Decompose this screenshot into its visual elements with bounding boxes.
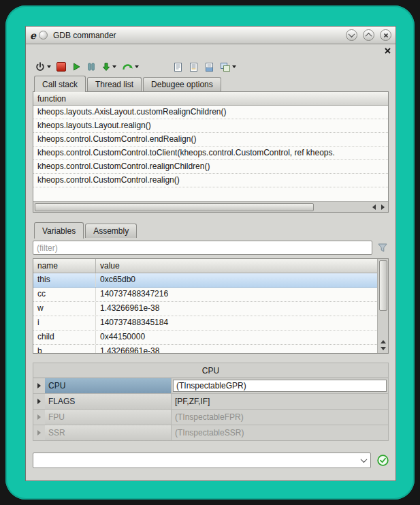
window-frame: e GDB commander (5, 5, 415, 500)
curved-arrow-icon (122, 62, 133, 72)
callstack-tabs: Call stack Thread list Debugee options (33, 76, 389, 91)
tab-label: Variables (42, 226, 76, 236)
cpu-register-value: (TInspectableGPR) (172, 378, 388, 393)
tab-assembly[interactable]: Assembly (85, 224, 137, 238)
dropdown-arrow-icon (135, 65, 139, 68)
variable-name-cell: i (33, 316, 96, 330)
expand-icon[interactable] (33, 410, 45, 425)
screenshot-background: { "window": { "title": "GDB commander", … (0, 0, 420, 505)
variables-header: name value (33, 259, 377, 273)
cpu-row-fpu[interactable]: FPU (TInspectableFPR) (33, 410, 388, 425)
app-icon: e (30, 31, 36, 40)
vertical-scrollbar[interactable] (377, 259, 388, 353)
close-button[interactable] (380, 29, 391, 41)
variable-name-cell: child (33, 331, 96, 344)
callstack-row[interactable]: kheops.control.CustomControl.endRealign(… (33, 133, 388, 147)
expand-icon[interactable] (33, 394, 45, 409)
minimize-button[interactable] (346, 29, 357, 41)
cpu-row-flags[interactable]: FLAGS [PF,ZF,IF] (33, 394, 388, 410)
filter-input[interactable] (33, 241, 372, 255)
windows-button[interactable] (218, 59, 238, 75)
scrollbar-thumb[interactable] (35, 203, 314, 211)
cpu-inspector-panel: CPU CPU (TInspectableGPR) FLAGS [PF,ZF,I… (33, 363, 389, 441)
cpu-value-editor[interactable]: (TInspectableGPR) (173, 380, 387, 392)
window-menu-icon[interactable] (39, 31, 48, 40)
cpu-row-ssr[interactable]: SSR (TInspectableSSR) (33, 425, 388, 440)
callstack-panel: function kheops.layouts.AxisLayout.custo… (33, 91, 389, 213)
close-icon (383, 33, 389, 38)
stop-button[interactable] (54, 59, 68, 75)
run-button[interactable] (69, 59, 83, 75)
filter-icon[interactable] (377, 243, 389, 254)
filter-row (33, 241, 389, 255)
tab-thread-list[interactable]: Thread list (87, 77, 142, 91)
cpu-panel-title: CPU (33, 363, 388, 378)
stop-icon (56, 62, 66, 72)
command-combobox[interactable] (33, 453, 371, 468)
callstack-column-header[interactable]: function (33, 92, 388, 106)
scrollbar-arrows (372, 204, 387, 210)
variable-name-cell: this (33, 273, 96, 287)
column-header-value[interactable]: value (96, 259, 377, 273)
doc-text-button[interactable] (187, 59, 201, 75)
titlebar[interactable]: e GDB commander (26, 27, 395, 44)
cpu-register-value: (TInspectableFPR) (172, 410, 388, 425)
chevron-up-icon (366, 33, 372, 40)
callstack-row[interactable]: kheops.layouts.AxisLayout.customRealignC… (33, 106, 388, 119)
send-command-button[interactable] (377, 455, 389, 466)
expand-icon[interactable] (33, 378, 45, 393)
callstack-row[interactable]: kheops.layouts.Layout.realign() (33, 119, 388, 133)
pause-button[interactable] (84, 59, 98, 75)
callstack-row[interactable]: kheops.control.CustomControl.realign() (33, 174, 388, 187)
variable-value-cell: 140737488347216 (96, 288, 377, 301)
dropdown-arrow-icon (232, 65, 236, 68)
variables-table-main: name value this 0xc65db0 cc 140737488347… (33, 259, 377, 353)
doc-watch-button[interactable] (202, 59, 216, 75)
scroll-down-icon[interactable] (381, 347, 386, 350)
debugger-toolbar (33, 44, 389, 76)
chevron-down-icon (349, 31, 355, 37)
column-header-name[interactable]: name (33, 259, 96, 273)
power-button[interactable] (33, 59, 53, 75)
step-into-button[interactable] (99, 59, 118, 75)
maximize-button[interactable] (363, 29, 374, 41)
variable-row[interactable]: cc 140737488347216 (33, 288, 377, 302)
dock-close-button[interactable] (385, 48, 391, 54)
combo-dropdown-button[interactable] (357, 453, 370, 468)
expand-icon[interactable] (33, 425, 45, 440)
scrollbar-thumb[interactable] (379, 260, 387, 311)
play-icon (71, 62, 81, 72)
tab-variables[interactable]: Variables (34, 222, 84, 239)
doc-log-button[interactable] (171, 59, 185, 75)
variables-list: this 0xc65db0 cc 140737488347216 w 1.432… (33, 273, 377, 353)
dropdown-arrow-icon (47, 65, 51, 68)
callstack-row[interactable]: kheops.control.CustomControl.realignChil… (33, 160, 388, 174)
scroll-up-icon[interactable] (381, 340, 386, 343)
variable-row[interactable]: child 0x44150000 (33, 331, 377, 345)
callstack-empty-space (33, 187, 388, 201)
scrollbar-arrows (381, 340, 386, 352)
gdb-commander-window: e GDB commander (25, 26, 396, 481)
variable-row[interactable]: this 0xc65db0 (33, 273, 377, 288)
variable-row[interactable]: i 140737488345184 (33, 316, 377, 331)
cpu-register-name: FPU (45, 410, 172, 425)
window-title: GDB commander (53, 31, 340, 40)
command-input[interactable] (33, 453, 357, 468)
tab-call-stack[interactable]: Call stack (34, 76, 86, 92)
variable-row[interactable]: w 1.43266961e-38 (33, 302, 377, 316)
step-over-button[interactable] (120, 59, 141, 75)
cpu-row-cpu[interactable]: CPU (TInspectableGPR) (33, 378, 388, 394)
scroll-right-icon[interactable] (381, 204, 385, 210)
tab-label: Call stack (42, 80, 78, 89)
tab-label: Thread list (95, 80, 133, 89)
close-icon (385, 48, 391, 54)
variable-row[interactable]: b 1.43266961e-38 (33, 345, 377, 353)
scroll-left-icon[interactable] (372, 204, 376, 210)
callstack-row[interactable]: kheops.control.CustomControl.toClient(kh… (33, 147, 388, 160)
tab-debugee-options[interactable]: Debugee options (143, 77, 221, 91)
horizontal-scrollbar[interactable] (33, 201, 388, 212)
document-lines-icon (189, 62, 199, 72)
variable-value-cell: 140737488345184 (96, 316, 377, 330)
variable-value-cell: 1.43266961e-38 (96, 345, 377, 353)
ok-check-icon (377, 455, 389, 466)
